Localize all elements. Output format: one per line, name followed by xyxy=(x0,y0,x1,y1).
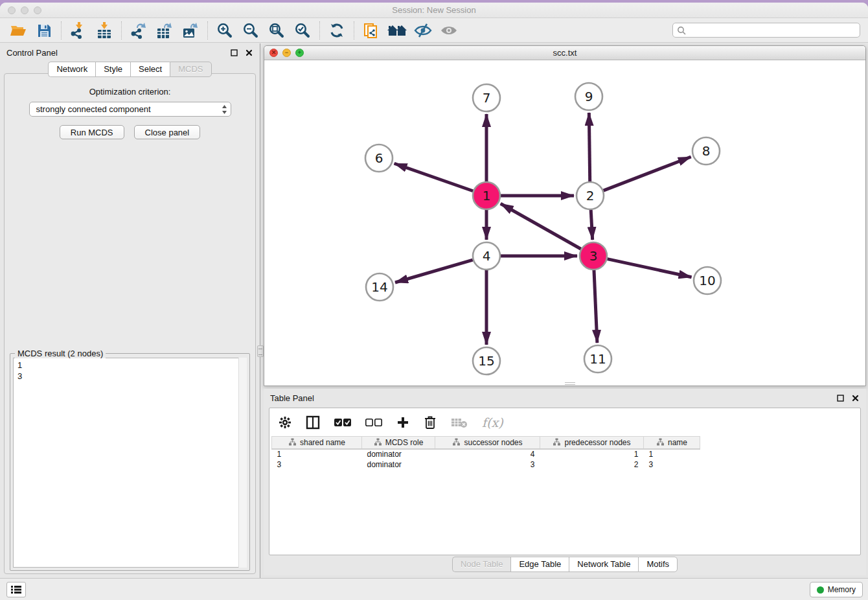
node-label: 6 xyxy=(375,150,383,166)
graph-node-1[interactable]: 1 xyxy=(473,182,500,209)
unselect-all-icon[interactable] xyxy=(365,418,382,427)
column-header-predecessor-nodes[interactable]: predecessor nodes xyxy=(540,437,644,449)
node-label: 3 xyxy=(589,248,598,264)
table-cell[interactable]: 3 xyxy=(272,459,362,470)
import-network-icon[interactable] xyxy=(65,20,91,41)
graph-node-7[interactable]: 7 xyxy=(473,84,500,111)
graph-node-3[interactable]: 3 xyxy=(580,242,607,270)
tab-network-table[interactable]: Network Table xyxy=(569,557,638,572)
edge-3-10[interactable] xyxy=(608,259,692,277)
home-view-icon[interactable] xyxy=(384,20,410,41)
mcds-result-title: MCDS result (2 nodes) xyxy=(15,349,106,358)
import-table-icon[interactable] xyxy=(91,20,117,41)
table-cell[interactable]: dominator xyxy=(362,449,435,459)
node-label: 15 xyxy=(478,353,494,369)
network-graph[interactable]: 7968124314101511 xyxy=(264,60,865,386)
zoom-out-icon[interactable] xyxy=(238,20,264,41)
table-cell[interactable]: 1 xyxy=(272,449,362,459)
tab-network[interactable]: Network xyxy=(48,62,95,77)
result-scrollbar[interactable] xyxy=(238,358,247,568)
column-header-MCDS-role[interactable]: MCDS role xyxy=(362,437,435,449)
mcds-result-text[interactable]: 13 xyxy=(13,358,247,568)
save-session-icon[interactable] xyxy=(31,20,57,41)
graph-node-2[interactable]: 2 xyxy=(577,182,604,209)
zoom-selected-icon[interactable] xyxy=(290,20,315,41)
tree-icon xyxy=(288,438,297,447)
hide-selected-icon[interactable] xyxy=(410,20,436,41)
edge-4-14[interactable] xyxy=(395,260,473,283)
refresh-icon[interactable] xyxy=(324,20,350,41)
table-cell[interactable]: 2 xyxy=(540,459,644,470)
close-panel-button[interactable]: Close panel xyxy=(134,125,201,139)
table-cell[interactable]: 4 xyxy=(435,449,540,459)
edge-2-9[interactable] xyxy=(589,113,589,181)
network-window-titlebar[interactable]: ✕ − + scc.txt xyxy=(264,46,865,60)
tree-icon xyxy=(452,438,461,447)
tab-select[interactable]: Select xyxy=(130,62,170,77)
export-table-icon[interactable] xyxy=(152,20,177,41)
close-table-panel-icon[interactable] xyxy=(851,393,860,402)
criterion-dropdown[interactable]: strongly connected component xyxy=(29,102,231,117)
toolbar-separator xyxy=(319,21,320,40)
edge-3-11[interactable] xyxy=(594,270,597,343)
delete-column-icon[interactable] xyxy=(424,415,437,430)
table-cell[interactable]: 1 xyxy=(540,449,644,459)
table-cell[interactable]: 1 xyxy=(644,449,700,459)
table-row[interactable]: 1dominator411 xyxy=(272,449,700,459)
export-network-icon[interactable] xyxy=(126,20,152,41)
edge-3-1[interactable] xyxy=(501,203,581,249)
graph-node-4[interactable]: 4 xyxy=(473,242,500,270)
graph-node-8[interactable]: 8 xyxy=(692,137,720,165)
node-table-container: f(x) shared nameMCDS rolesuccessor nodes… xyxy=(269,408,861,555)
graph-node-11[interactable]: 11 xyxy=(584,345,611,373)
zoom-in-icon[interactable] xyxy=(212,20,238,41)
edge-2-8[interactable] xyxy=(604,157,691,190)
select-all-icon[interactable] xyxy=(334,418,351,427)
table-panel: Table Panel xyxy=(264,389,866,575)
run-mcds-button[interactable]: Run MCDS xyxy=(60,125,124,139)
zoom-fit-icon[interactable] xyxy=(264,20,290,41)
search-input[interactable] xyxy=(689,26,856,35)
table-cell[interactable]: dominator xyxy=(362,459,435,470)
graph-node-14[interactable]: 14 xyxy=(366,273,393,301)
tab-motifs[interactable]: Motifs xyxy=(638,557,678,572)
show-all-icon[interactable] xyxy=(436,20,462,41)
node-table[interactable]: shared nameMCDS rolesuccessor nodesprede… xyxy=(271,436,700,470)
close-panel-icon[interactable] xyxy=(244,48,253,57)
table-cell[interactable]: 3 xyxy=(644,459,700,470)
edge-1-6[interactable] xyxy=(394,163,474,190)
float-table-panel-icon[interactable] xyxy=(836,393,845,402)
network-canvas[interactable]: 7968124314101511 xyxy=(264,60,865,386)
table-row[interactable]: 3dominator323 xyxy=(272,459,700,470)
clone-network-icon[interactable] xyxy=(358,20,384,41)
tab-edge-table[interactable]: Edge Table xyxy=(510,557,569,572)
tab-node-table[interactable]: Node Table xyxy=(452,557,511,572)
open-file-icon[interactable] xyxy=(5,20,31,41)
column-header-shared-name[interactable]: shared name xyxy=(272,437,362,449)
column-header-successor-nodes[interactable]: successor nodes xyxy=(435,437,540,449)
table-options-icon[interactable] xyxy=(279,416,291,429)
show-columns-icon[interactable] xyxy=(306,415,320,430)
graph-node-9[interactable]: 9 xyxy=(575,83,602,110)
export-image-icon[interactable] xyxy=(177,20,203,41)
panel-splitter-handle[interactable] xyxy=(257,345,264,357)
graph-node-6[interactable]: 6 xyxy=(365,144,393,172)
tab-style[interactable]: Style xyxy=(95,62,130,77)
memory-button[interactable]: Memory xyxy=(810,582,863,597)
table-cell[interactable]: 3 xyxy=(435,459,540,470)
edge-2-3[interactable] xyxy=(591,210,592,240)
graph-node-10[interactable]: 10 xyxy=(694,267,721,294)
graph-node-15[interactable]: 15 xyxy=(473,347,500,375)
titlebar: Session: New Session xyxy=(0,3,868,18)
add-column-icon[interactable] xyxy=(396,416,409,429)
tab-mcds[interactable]: MCDS xyxy=(170,62,211,77)
table-panel-title: Table Panel xyxy=(270,393,314,403)
float-panel-icon[interactable] xyxy=(229,48,238,57)
task-history-button[interactable] xyxy=(6,582,26,597)
search-box[interactable] xyxy=(672,23,860,38)
column-header-name[interactable]: name xyxy=(644,437,700,449)
tree-icon xyxy=(656,438,665,447)
network-window-title: scc.txt xyxy=(264,48,865,58)
mcds-result-group: MCDS result (2 nodes) 13 xyxy=(10,349,250,571)
window-resize-grip[interactable] xyxy=(565,382,575,385)
